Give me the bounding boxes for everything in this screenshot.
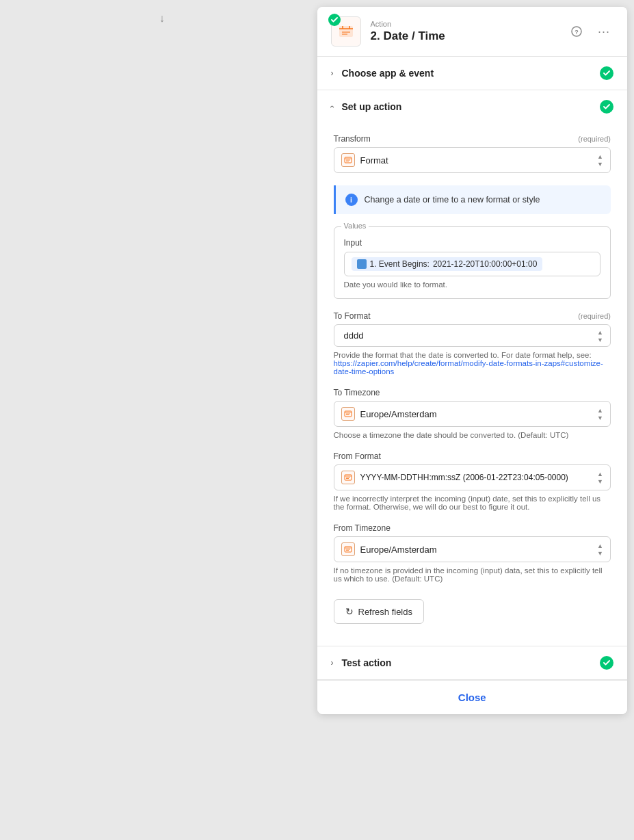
refresh-label: Refresh fields [358, 607, 412, 617]
setup-action-body: Transform (required) Format ▲ [317, 123, 628, 646]
from-timezone-icon [341, 542, 355, 556]
input-tag-field[interactable]: 1. Event Begins: 2021-12-20T10:00:00+01:… [344, 252, 601, 276]
check-badge [328, 14, 341, 26]
test-action-check [600, 656, 613, 670]
info-box: i Change a date or time to a new format … [334, 185, 611, 214]
setup-action-section: ‹ Set up action Transform (required) [317, 90, 628, 646]
transform-icon [341, 153, 355, 167]
transform-arrows: ▲ ▼ [597, 153, 603, 168]
to-format-arrows: ▲ ▼ [597, 328, 603, 343]
to-format-hint-link[interactable]: https://zapier.com/help/create/format/mo… [334, 359, 603, 376]
header-text: Action 2. Date / Time [371, 20, 568, 43]
to-format-label: To Format [334, 311, 371, 321]
to-format-required: (required) [578, 312, 611, 320]
transform-value: Format [360, 155, 604, 166]
from-format-select[interactable]: YYYY-MM-DDTHH:mm:ssZ (2006-01-22T23:04:0… [334, 464, 611, 490]
from-format-label-row: From Format [334, 451, 611, 461]
transform-select[interactable]: Format ▲ ▼ [334, 147, 611, 173]
svg-text:?: ? [574, 29, 579, 36]
input-hint: Date you would like to format. [344, 280, 601, 289]
action-label: Action [371, 20, 568, 28]
to-timezone-select[interactable]: Europe/Amsterdam ▲ ▼ [334, 401, 611, 427]
to-timezone-label-row: To Timezone [334, 388, 611, 397]
values-legend: Values [341, 222, 369, 230]
choose-app-title: Choose app & event [342, 68, 600, 79]
to-timezone-value: Europe/Amsterdam [360, 409, 604, 419]
svg-rect-0 [339, 26, 353, 37]
chevron-right-icon: › [331, 68, 334, 78]
to-timezone-arrows: ▲ ▼ [597, 407, 603, 421]
test-action-title: Test action [342, 657, 600, 668]
to-timezone-icon [341, 407, 355, 421]
from-format-label: From Format [334, 451, 381, 461]
from-timezone-field-group: From Timezone Europe/Amsterdam ▲ [334, 523, 611, 583]
setup-action-header[interactable]: ‹ Set up action [317, 90, 628, 123]
setup-action-check [600, 100, 613, 114]
from-format-hint: If we incorrectly interpret the incoming… [334, 495, 611, 511]
choose-app-check [600, 66, 613, 80]
to-timezone-hint: Choose a timezone the date should be con… [334, 431, 611, 439]
from-timezone-select[interactable]: Europe/Amsterdam ▲ ▼ [334, 536, 611, 562]
from-format-icon [341, 471, 355, 484]
from-format-value: YYYY-MM-DDTHH:mm:ssZ (2006-01-22T23:04:0… [360, 473, 604, 482]
to-format-hint-text: Provide the format that the date is conv… [334, 351, 592, 359]
panel-header: Action 2. Date / Time ? ··· [317, 7, 628, 57]
test-action-header[interactable]: › Test action [317, 646, 628, 679]
transform-label: Transform [334, 134, 371, 144]
refresh-icon: ↻ [345, 606, 354, 617]
from-timezone-value: Europe/Amsterdam [360, 544, 604, 555]
app-icon-wrap [331, 16, 361, 47]
transform-required: (required) [578, 135, 611, 143]
from-timezone-arrows: ▲ ▼ [597, 542, 603, 557]
from-timezone-label: From Timezone [334, 523, 391, 533]
input-tag: 1. Event Begins: 2021-12-20T10:00:00+01:… [352, 257, 543, 271]
from-timezone-label-row: From Timezone [334, 523, 611, 533]
to-timezone-label: To Timezone [334, 388, 380, 397]
info-icon: i [345, 194, 358, 206]
header-actions: ? ··· [567, 22, 613, 41]
tag-label: 1. Event Begins: [370, 259, 430, 269]
to-format-label-row: To Format (required) [334, 311, 611, 321]
setup-action-title: Set up action [342, 101, 600, 112]
from-timezone-hint: If no timezone is provided in the incomi… [334, 566, 611, 583]
input-label: Input [344, 238, 601, 248]
values-fieldset: Values Input 1. Event Begins: 2021-12-20… [334, 226, 611, 299]
to-format-select[interactable]: dddd ▲ ▼ [334, 324, 611, 347]
choose-app-header[interactable]: › Choose app & event [317, 57, 628, 90]
refresh-fields-button[interactable]: ↻ Refresh fields [334, 599, 424, 624]
close-button[interactable]: Close [458, 692, 486, 703]
transform-label-row: Transform (required) [334, 134, 611, 144]
tag-calendar-icon [357, 259, 367, 269]
down-arrow-icon: ↓ [159, 12, 165, 25]
choose-app-section: › Choose app & event [317, 57, 628, 90]
from-format-arrows: ▲ ▼ [597, 471, 603, 485]
footer: Close [317, 680, 628, 714]
help-button[interactable]: ? [567, 22, 586, 41]
chevron-down-icon: ‹ [328, 105, 337, 108]
to-format-value: dddd [341, 330, 604, 341]
info-text: Change a date or time to a new format or… [365, 195, 540, 205]
refresh-btn-wrap: ↻ Refresh fields [334, 599, 611, 624]
test-chevron-icon: › [331, 658, 334, 668]
from-format-field-group: From Format YYYY-MM-DDTHH:mm:ssZ (2006-0… [334, 451, 611, 511]
to-format-hint: Provide the format that the date is conv… [334, 351, 611, 376]
tag-value: 2021-12-20T10:00:00+01:00 [433, 259, 537, 269]
page-title: 2. Date / Time [371, 29, 568, 43]
transform-field-group: Transform (required) Format ▲ [334, 134, 611, 173]
test-action-section: › Test action [317, 646, 628, 680]
to-timezone-field-group: To Timezone Europe/Amsterdam ▲ [334, 388, 611, 439]
to-format-field-group: To Format (required) dddd ▲ ▼ Provide th… [334, 311, 611, 376]
main-panel: Action 2. Date / Time ? ··· › Choose app… [317, 7, 628, 714]
more-options-button[interactable]: ··· [594, 22, 613, 41]
